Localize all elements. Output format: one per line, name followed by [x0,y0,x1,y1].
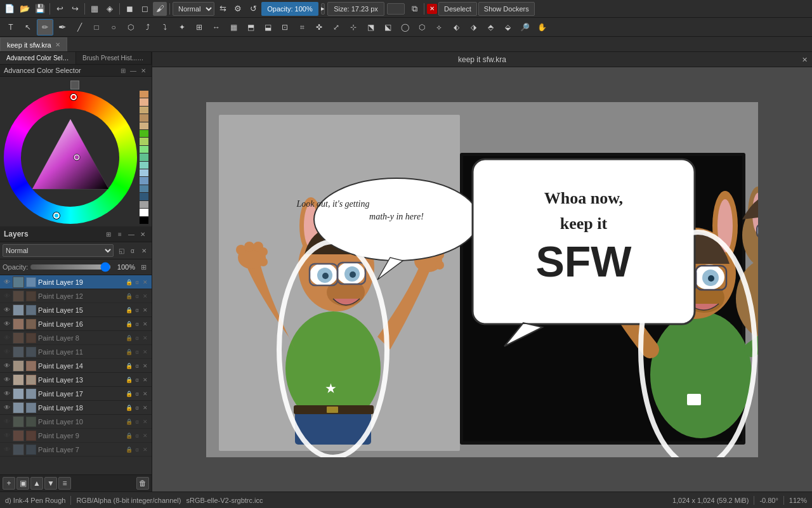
layer-item-14[interactable]: 👁 Paint Layer 14 🔒 α ✕ [0,359,152,373]
color-wheel[interactable] [4,91,137,224]
layer-alpha-lock-17[interactable]: α [133,390,141,398]
select-poly-icon[interactable]: ⬡ [414,19,430,36]
opacity-slider-container[interactable] [30,262,110,272]
layer-inherit-icon[interactable]: ✕ [139,245,149,256]
polygon-tool-icon[interactable]: ⬡ [122,19,139,36]
layer-lock-18[interactable]: 🔒 [125,404,133,412]
layer-delete-11[interactable]: ✕ [141,348,149,356]
colorize-mask-icon[interactable]: ⬘ [482,19,499,36]
measure-icon[interactable]: ↔ [208,19,225,36]
new-group-layer-btn[interactable]: ▣ [16,477,29,490]
layer-lock-14[interactable]: 🔒 [125,362,133,370]
layer-eye-7[interactable]: 👁 [3,445,11,454]
layer-delete-15[interactable]: ✕ [141,306,149,314]
layer-eye-9[interactable]: 👁 [3,431,11,440]
layer-item-16[interactable]: 👁 Paint Layer 16 🔒 α ✕ [0,317,152,331]
side-swatch-12[interactable] [140,177,148,184]
layer-delete-19[interactable]: ✕ [141,278,149,286]
layer-lock-13[interactable]: 🔒 [125,376,133,384]
select-tool-icon[interactable]: ↖ [20,19,36,36]
shape-select-icon[interactable]: ⤵ [157,19,173,36]
doc-close-button[interactable]: ✕ [799,55,809,65]
opacity-slider[interactable] [30,264,110,270]
side-swatch-3[interactable] [140,107,148,114]
artwork-canvas[interactable]: ★ Look out, it's getting math-y in here! [206,102,758,457]
layer-lock-15[interactable]: 🔒 [125,306,133,314]
layer-display-icon[interactable]: ⊞ [138,261,149,273]
layer-properties-btn[interactable]: ≡ [58,477,71,490]
layers-expand-btn[interactable]: ⊞ [103,229,114,239]
side-swatch-17[interactable] [140,217,148,224]
pan-tool-icon[interactable]: ✋ [534,19,550,36]
document-tab[interactable]: keep it sfw.kra ✕ [0,37,67,51]
side-swatch-9[interactable] [140,153,148,160]
layer-eye-13[interactable]: 👁 [3,375,11,384]
layer-eye-8[interactable]: 👁 [3,334,11,342]
layer-eye-14[interactable]: 👁 [3,361,11,370]
layer-lock-16[interactable]: 🔒 [125,320,133,328]
layer-lock-19[interactable]: 🔒 [125,278,133,286]
layer-eye-12[interactable]: 👁 [3,292,11,301]
layer-item-8[interactable]: 👁 Paint Layer 8 🔒 α ✕ [0,331,152,345]
settings-icon[interactable]: ⚙ [231,2,245,16]
layer-item-7[interactable]: 👁 Paint Layer 7 🔒 α ✕ [0,443,152,457]
layer-lock-10[interactable]: 🔒 [125,418,133,426]
advanced-color-tab[interactable]: Advanced Color Sele... ✕ [0,52,76,64]
snap-icon[interactable]: ◈ [103,2,117,16]
side-swatch-2[interactable] [140,98,148,105]
acs-close-icon[interactable]: ✕ [139,66,148,75]
brush-preset-tab[interactable]: Brush Preset Hist... ✕ [76,52,152,64]
layer-eye-11[interactable]: 👁 [3,348,11,356]
layer-eye-15[interactable]: 👁 [3,306,11,315]
side-swatch-11[interactable] [140,169,148,176]
side-swatch-5[interactable] [140,122,148,129]
refresh-icon[interactable]: ↺ [246,2,260,16]
cage-icon[interactable]: ⬔ [362,19,379,36]
layer-alpha-lock-19[interactable]: α [133,278,141,286]
layer-delete-14[interactable]: ✕ [141,362,149,370]
document-tab-close[interactable]: ✕ [55,41,60,48]
layer-alpha-lock-13[interactable]: α [133,376,141,384]
size-slider-mini[interactable] [387,3,405,15]
layer-item-19[interactable]: 👁 Paint Layer 19 🔒 α ✕ [0,275,152,289]
rectangle-tool-icon[interactable]: □ [88,19,105,36]
layer-alpha-lock-7[interactable]: α [133,446,141,453]
layer-lock-12[interactable]: 🔒 [125,292,133,300]
ellipse-tool-icon[interactable]: ○ [105,19,122,36]
layer-alpha-lock-8[interactable]: α [133,334,141,342]
layer-alpha-lock-11[interactable]: α [133,348,141,356]
layer-delete-13[interactable]: ✕ [141,376,149,384]
path-tool-icon[interactable]: ⤴ [140,19,156,36]
layer-item-12[interactable]: 👁 Paint Layer 12 🔒 α ✕ [0,289,152,303]
layer-lock-11[interactable]: 🔒 [125,348,133,356]
layer-eye-19[interactable]: 👁 [3,278,11,287]
warp-icon[interactable]: ⊹ [345,19,362,36]
line-tool-icon[interactable]: ╱ [71,19,88,36]
side-swatch-7[interactable] [140,138,148,145]
save-file-icon[interactable]: 💾 [33,2,47,16]
blend-mode-dropdown[interactable]: Normal [173,2,214,16]
hue-ring[interactable] [4,91,137,224]
layer-delete-9[interactable]: ✕ [141,432,149,440]
text-tool-icon[interactable]: T [3,19,19,36]
layer-alpha-lock-16[interactable]: α [133,320,141,328]
layer-lock-7[interactable]: 🔒 [125,446,133,453]
side-swatch-8[interactable] [140,146,148,153]
layer-delete-16[interactable]: ✕ [141,320,149,328]
layer-item-11[interactable]: 👁 Paint Layer 11 🔒 α ✕ [0,345,152,359]
open-file-icon[interactable]: 📂 [18,2,32,16]
select-rect-icon[interactable]: ⬕ [379,19,396,36]
new-paint-layer-btn[interactable]: + [3,477,15,490]
redo-icon[interactable]: ↪ [68,2,82,16]
clone-tool-icon[interactable]: ⊡ [277,19,293,36]
layer-delete-17[interactable]: ✕ [141,390,149,398]
freehand-brush-icon[interactable]: ✏ [37,19,53,36]
color-triangle-container[interactable] [21,108,119,207]
zoom-tool-icon[interactable]: 🔎 [516,19,533,36]
smart-patch-icon[interactable]: ⬓ [259,19,276,36]
wrap-icon[interactable]: ◻ [138,2,152,16]
layer-eye-10[interactable]: 👁 [3,417,11,426]
deselect-button[interactable]: Deselect [438,2,477,16]
new-file-icon[interactable]: 📄 [3,2,16,16]
layer-delete-7[interactable]: ✕ [141,446,149,453]
